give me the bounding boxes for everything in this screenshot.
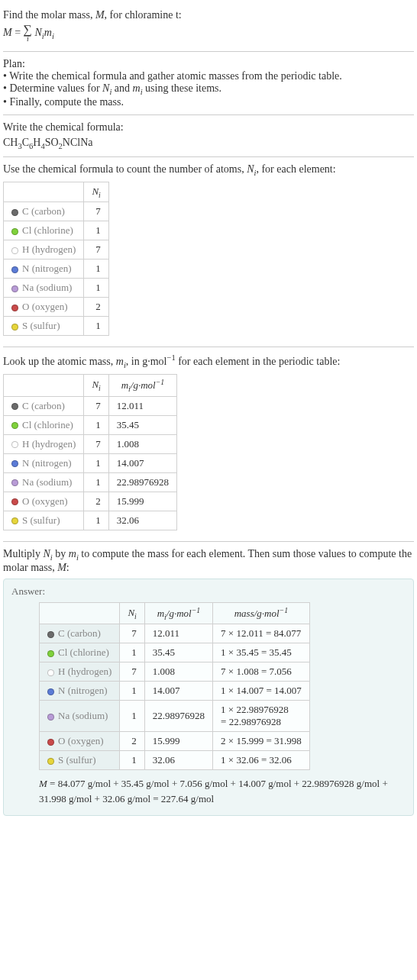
eq-text: = xyxy=(15,27,23,38)
var-mi2: mi xyxy=(116,356,126,367)
intro-text-a: Find the molar mass, xyxy=(3,9,95,21)
chem-formula: CH3C6H4SO2NClNa xyxy=(3,137,414,150)
lk-neg1: −1 xyxy=(166,353,175,362)
mass-value: 1 × 14.007 = 14.007 xyxy=(213,682,310,701)
N-value: 1 xyxy=(84,260,108,279)
table-row: S (sulfur)132.061 × 32.06 = 32.06 xyxy=(40,751,310,770)
sub-i2: i xyxy=(52,32,54,40)
mt-b: by xyxy=(53,548,69,559)
chem-formula-section: Write the chemical formula: CH3C6H4SO2NC… xyxy=(3,115,414,157)
element-bullet-icon xyxy=(11,228,18,235)
m-value: 15.999 xyxy=(108,492,176,511)
var-Ni3: Ni xyxy=(44,548,53,559)
lk-blank xyxy=(4,374,84,396)
intro-section: Find the molar mass, M, for chloramine t… xyxy=(3,3,414,52)
element-bullet-icon xyxy=(47,688,54,695)
table-row: C (carbon)7 xyxy=(4,202,109,221)
table-row: N (nitrogen)1 xyxy=(4,260,109,279)
intro-title: Find the molar mass, M, for chloramine t… xyxy=(3,9,414,21)
multiply-section: Multiply Ni by mi to compute the mass fo… xyxy=(3,542,414,823)
element-bullet-icon xyxy=(11,403,18,410)
element-bullet-icon xyxy=(11,247,18,254)
cf2: C xyxy=(22,137,29,148)
element-bullet-icon xyxy=(11,498,18,505)
m-value: 14.007 xyxy=(144,682,212,701)
N-value: 2 xyxy=(84,298,108,317)
cf4: SO xyxy=(45,137,59,148)
element-cell: N (nitrogen) xyxy=(4,453,84,472)
lki: i xyxy=(99,384,101,392)
plan-b2b: and xyxy=(112,82,132,94)
count-section: Use the chemical formula to count the nu… xyxy=(3,157,414,347)
m-value: 1.008 xyxy=(144,662,212,682)
lk-tc: for each element in the periodic table: xyxy=(176,356,341,367)
N-value: 7 xyxy=(120,662,144,682)
element-bullet-icon xyxy=(47,631,54,638)
hdr-i: i xyxy=(99,190,101,198)
final-text: = 84.077 g/mol + 35.45 g/mol + 7.056 g/m… xyxy=(39,778,388,804)
lk-ta: Look up the atomic mass, xyxy=(3,356,116,367)
table-row: S (sulfur)1 xyxy=(4,317,109,336)
N-value: 1 xyxy=(84,453,108,472)
table-row: Cl (chlorine)135.451 × 35.45 = 35.45 xyxy=(40,643,310,662)
m-value: 32.06 xyxy=(108,511,176,530)
plan-title: Plan: xyxy=(3,58,414,70)
element-cell: N (nitrogen) xyxy=(4,260,84,279)
lookup-section: Look up the atomic mass, mi, in g·mol−1 … xyxy=(3,347,414,541)
element-bullet-icon xyxy=(11,441,18,448)
m-value: 35.45 xyxy=(108,415,176,434)
N-value: 7 xyxy=(84,202,108,221)
cf5: NClNa xyxy=(63,137,93,148)
table-row: Cl (chlorine)135.45 xyxy=(4,415,177,434)
ans-m-hdr: mi/g·mol−1 xyxy=(144,602,212,624)
mt-a: Multiply xyxy=(3,548,44,559)
var-Ni2: Ni xyxy=(247,163,256,175)
table-row: O (oxygen)2 xyxy=(4,298,109,317)
var-M: M xyxy=(95,9,105,21)
element-cell: O (oxygen) xyxy=(4,298,84,317)
var-Ni: Ni xyxy=(102,82,112,94)
N-value: 1 xyxy=(84,511,108,530)
lkn: N xyxy=(92,379,99,390)
element-cell: O (oxygen) xyxy=(40,732,120,751)
m-value: 14.007 xyxy=(108,453,176,472)
amn: −1 xyxy=(192,606,200,614)
final-equation: M = 84.077 g/mol + 35.45 g/mol + 7.056 g… xyxy=(39,776,406,806)
element-cell: O (oxygen) xyxy=(4,492,84,511)
lkm: m xyxy=(121,379,128,391)
N-value: 1 xyxy=(84,279,108,298)
sigma-symbol: ∑ xyxy=(24,24,32,35)
N-value: 1 xyxy=(120,751,144,770)
table-row: Na (sodium)122.989769281 × 22.98976928= … xyxy=(40,701,310,732)
N-value: 1 xyxy=(84,317,108,336)
table-row: H (hydrogen)7 xyxy=(4,240,109,260)
plan-section: Plan: • Write the chemical formula and g… xyxy=(3,52,414,115)
element-cell: Na (sodium) xyxy=(40,701,120,732)
element-bullet-icon xyxy=(11,479,18,486)
count-tb: , for each element: xyxy=(256,163,335,175)
m-value: 15.999 xyxy=(144,732,212,751)
chem-title: Write the chemical formula: xyxy=(3,121,414,134)
lk-m-hdr: mi/g·mol−1 xyxy=(108,374,176,396)
element-bullet-icon xyxy=(11,305,18,311)
N-value: 7 xyxy=(84,434,108,453)
count-table: Ni C (carbon)7Cl (chlorine)1H (hydrogen)… xyxy=(3,182,109,337)
am: m xyxy=(157,608,164,619)
element-bullet-icon xyxy=(47,669,54,676)
element-bullet-icon xyxy=(47,714,54,720)
var-M2: M xyxy=(3,27,12,38)
table-row: H (hydrogen)71.008 xyxy=(4,434,177,453)
element-cell: H (hydrogen) xyxy=(4,434,84,453)
m-value: 1.008 xyxy=(108,434,176,453)
mass-value: 2 × 15.999 = 31.998 xyxy=(213,732,310,751)
mt-d: : xyxy=(66,562,70,573)
m-value: 22.98976928 xyxy=(144,701,212,732)
count-ta: Use the chemical formula to count the nu… xyxy=(3,163,247,175)
var-mi: mi xyxy=(133,82,143,94)
table-row: O (oxygen)215.9992 × 15.999 = 31.998 xyxy=(40,732,310,751)
element-cell: C (carbon) xyxy=(4,202,84,221)
lookup-title: Look up the atomic mass, mi, in g·mol−1 … xyxy=(3,353,414,369)
an: N xyxy=(128,607,134,618)
table-row: C (carbon)712.0117 × 12.011 = 84.077 xyxy=(40,624,310,643)
table-row: N (nitrogen)114.007 xyxy=(4,453,177,472)
